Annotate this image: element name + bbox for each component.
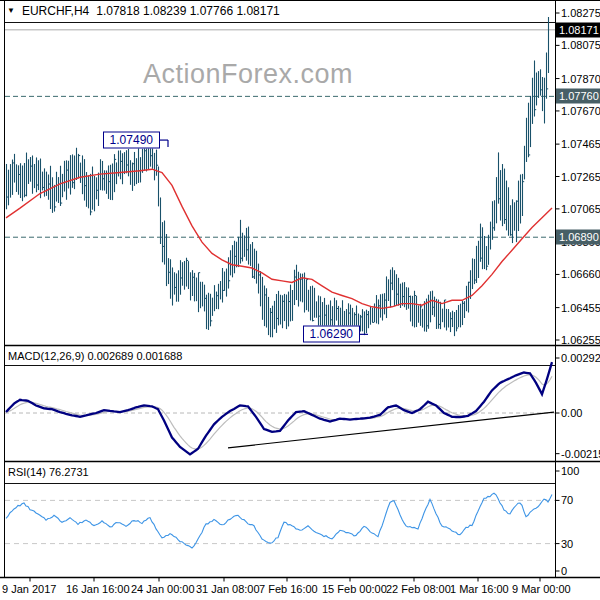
price-axis-tick-label: 1.07465 xyxy=(561,138,600,150)
rsi-indicator-label: RSI(14) 76.2731 xyxy=(8,466,89,478)
price-axis-tick-label: 1.08275 xyxy=(561,7,600,19)
rsi-line xyxy=(6,493,552,548)
macd-trendline xyxy=(228,412,554,448)
date-axis-label: 22 Feb 08:00 xyxy=(386,583,451,595)
macd-axis-tick-label: 0.00292 xyxy=(561,352,600,364)
macd-axis-tick-label: 0.00 xyxy=(561,407,582,419)
date-axis-label: 24 Jan 00:00 xyxy=(131,583,195,595)
macd-axis-tick-label: -0.002159 xyxy=(561,448,600,460)
macd-indicator-label: MACD(12,26,9) 0.002689 0.001688 xyxy=(8,350,182,362)
price-axis-tick-label: 1.06455 xyxy=(561,302,600,314)
price-axis-tick-label: 1.07065 xyxy=(561,203,600,215)
macd-signal-line xyxy=(6,375,552,449)
rsi-axis-tick-label: 30 xyxy=(561,538,573,550)
price-axis-tick-label: 1.07670 xyxy=(561,105,600,117)
price-annotation-high: 1.07490 xyxy=(103,132,160,149)
date-axis-label: 9 Jan 2017 xyxy=(2,583,56,595)
price-axis-tick-label: 1.08075 xyxy=(561,39,600,51)
chart-ohlc-values: 1.07818 1.08239 1.07766 1.08171 xyxy=(96,4,280,18)
date-axis-label: 16 Jan 16:00 xyxy=(66,583,130,595)
support-level-badge: 1.06890 xyxy=(556,230,600,245)
date-axis-label: 31 Jan 08:00 xyxy=(196,583,260,595)
chart-canvas[interactable] xyxy=(0,0,600,600)
date-axis-label: 1 Mar 16:00 xyxy=(450,583,509,595)
resistance-level-badge: 1.07760 xyxy=(556,89,600,104)
date-axis-label: 7 Feb 16:00 xyxy=(259,583,318,595)
rsi-axis-tick-label: 0 xyxy=(561,565,567,577)
price-axis-tick-label: 1.07265 xyxy=(561,171,600,183)
date-axis-label: 15 Feb 00:00 xyxy=(322,583,387,595)
macd-main-line xyxy=(6,362,552,454)
price-axis-tick-label: 1.07870 xyxy=(561,73,600,85)
rsi-axis-tick-label: 70 xyxy=(561,494,573,506)
price-annotation-low: 1.06290 xyxy=(303,326,360,343)
forex-chart: ▼ EURCHF,H4 1.07818 1.08239 1.07766 1.08… xyxy=(0,0,600,600)
current-price-badge: 1.08171 xyxy=(556,22,600,37)
rsi-axis-tick-label: 100 xyxy=(561,465,579,477)
symbol-marker-icon[interactable]: ▼ xyxy=(7,5,15,17)
price-axis-tick-label: 1.06255 xyxy=(561,334,600,346)
chart-symbol-timeframe: EURCHF,H4 xyxy=(22,4,89,18)
price-axis-tick-label: 1.06660 xyxy=(561,268,600,280)
date-axis-label: 9 Mar 00:00 xyxy=(512,583,571,595)
chart-title: ▼ EURCHF,H4 1.07818 1.08239 1.07766 1.08… xyxy=(7,4,280,18)
watermark-logo: ActionForex.com xyxy=(143,59,353,90)
